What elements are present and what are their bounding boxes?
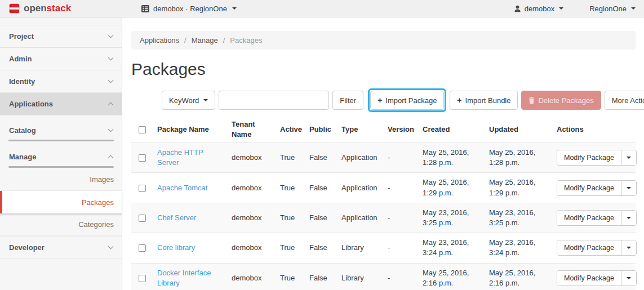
list-icon — [141, 5, 149, 12]
keyword-dropdown-label: KeyWord — [169, 96, 199, 105]
type-cell: Application — [337, 143, 383, 173]
sidebar-item-label: Developer — [9, 243, 45, 252]
modify-package-caret-button[interactable] — [621, 211, 636, 225]
created-cell: May 23, 2016, 3:24 p.m. — [418, 233, 485, 263]
openstack-logo[interactable]: openstack — [8, 3, 71, 14]
table-toolbar: KeyWord Filter + Import Package + Import… — [131, 89, 636, 111]
row-checkbox[interactable] — [139, 244, 146, 252]
created-cell: May 23, 2016, 3:25 p.m. — [418, 203, 485, 233]
sidebar-item-admin[interactable]: Admin — [0, 48, 122, 70]
type-cell: Library — [337, 263, 383, 290]
column-header-type: Type — [337, 116, 383, 143]
navbar-right: demobox RegionOne — [514, 5, 636, 13]
row-actions: Modify Package — [557, 240, 637, 256]
user-menu-label: demobox — [525, 5, 554, 13]
sidebar-item-label: Packages — [82, 198, 114, 207]
package-name-link[interactable]: Apache HTTP Server — [157, 148, 203, 167]
region-menu[interactable]: RegionOne — [589, 5, 636, 13]
sidebar-item-applications[interactable]: Applications — [0, 93, 122, 115]
chevron-down-icon — [627, 277, 631, 279]
filter-button[interactable]: Filter — [332, 91, 363, 110]
updated-cell: May 25, 2016, 1:28 p.m. — [485, 143, 552, 173]
updated-cell: May 25, 2016, 2:16 p.m. — [485, 263, 552, 290]
modify-package-caret-button[interactable] — [621, 240, 636, 255]
more-actions-dropdown[interactable]: More Actions — [605, 91, 644, 110]
modify-package-button[interactable]: Modify Package — [557, 240, 621, 255]
row-actions: Modify Package — [557, 150, 637, 166]
created-cell: May 25, 2016, 1:28 p.m. — [418, 143, 485, 173]
updated-cell: May 25, 2016, 1:29 p.m. — [485, 173, 552, 203]
chevron-down-icon — [108, 55, 114, 61]
type-cell: Application — [337, 203, 383, 233]
breadcrumb-manage[interactable]: Manage — [192, 36, 230, 44]
column-header-version: Version — [383, 116, 418, 143]
version-cell: - — [383, 203, 418, 233]
type-cell: Library — [337, 233, 383, 263]
main-content: Applications Manage Packages Packages Ke… — [123, 17, 644, 290]
top-navbar: openstack demobox · RegionOne demobox — [0, 0, 644, 17]
row-actions: Modify Package — [557, 270, 637, 286]
sidebar-item-identity[interactable]: Identity — [0, 70, 122, 93]
sidebar-item-label: Identity — [9, 77, 35, 86]
row-checkbox[interactable] — [139, 154, 146, 162]
sidebar-item-label: Admin — [9, 55, 32, 63]
sidebar-item-label: Manage — [9, 153, 36, 161]
row-checkbox[interactable] — [139, 215, 146, 222]
public-cell: False — [305, 143, 337, 173]
more-actions-label: More Actions — [612, 96, 644, 105]
modify-package-caret-button[interactable] — [621, 150, 636, 165]
sidebar-item-categories[interactable]: Categories — [0, 213, 122, 236]
chevron-down-icon — [203, 99, 208, 101]
import-package-button[interactable]: + Import Package — [370, 91, 444, 110]
table-row: Apache Tomcat demobox True False Applica… — [131, 173, 636, 203]
region-menu-label: RegionOne — [589, 5, 627, 13]
modify-package-caret-button[interactable] — [621, 271, 636, 285]
delete-packages-button-label: Delete Packages — [538, 96, 593, 105]
active-cell: True — [276, 173, 305, 203]
public-cell: False — [305, 233, 337, 263]
delete-packages-button[interactable]: Delete Packages — [521, 91, 601, 110]
tenant-cell: demobox — [227, 233, 276, 263]
project-region-switcher[interactable]: demobox · RegionOne — [141, 5, 237, 13]
openstack-cube-icon — [8, 3, 20, 14]
plus-icon: + — [377, 96, 382, 104]
modify-package-button[interactable]: Modify Package — [557, 271, 621, 285]
modify-package-button[interactable]: Modify Package — [557, 181, 621, 195]
public-cell: False — [305, 173, 337, 203]
sidebar-item-label: Project — [9, 32, 34, 41]
filter-input[interactable] — [219, 91, 329, 110]
modify-package-button[interactable]: Modify Package — [557, 211, 621, 225]
import-bundle-button[interactable]: + Import Bundle — [450, 91, 518, 110]
package-name-link[interactable]: Core library — [157, 243, 195, 252]
breadcrumb: Applications Manage Packages — [131, 31, 636, 50]
user-menu[interactable]: demobox — [514, 5, 563, 13]
sidebar-item-packages[interactable]: Packages — [0, 191, 122, 213]
sidebar-item-developer[interactable]: Developer — [0, 236, 122, 258]
keyword-dropdown[interactable]: KeyWord — [162, 91, 215, 110]
created-cell: May 25, 2016, 1:29 p.m. — [418, 173, 485, 203]
active-cell: True — [276, 263, 305, 290]
active-cell: True — [276, 143, 305, 173]
modify-package-button[interactable]: Modify Package — [557, 150, 621, 165]
sidebar-item-project[interactable]: Project — [0, 25, 122, 48]
sidebar-item-images[interactable]: Images — [0, 168, 122, 191]
version-cell: - — [383, 173, 418, 203]
row-checkbox[interactable] — [139, 185, 146, 192]
breadcrumb-packages: Packages — [230, 36, 262, 44]
table-row: Apache HTTP Server demobox True False Ap… — [131, 143, 636, 173]
table-header-row: Package Name Tenant Name Active Public T… — [131, 116, 636, 143]
row-checkbox[interactable] — [139, 275, 146, 282]
select-all-checkbox[interactable] — [139, 126, 146, 133]
breadcrumb-applications[interactable]: Applications — [140, 36, 192, 44]
import-bundle-button-label: Import Bundle — [465, 96, 511, 105]
modify-package-caret-button[interactable] — [621, 181, 636, 195]
package-name-link[interactable]: Apache Tomcat — [157, 184, 207, 192]
sidebar-item-manage[interactable]: Manage — [0, 142, 122, 168]
brand-text-stack: stack — [47, 3, 71, 14]
table-row: Core library demobox True False Library … — [131, 233, 636, 263]
package-name-link[interactable]: Docker Interface Library — [157, 269, 211, 287]
sidebar-item-catalog[interactable]: Catalog — [0, 115, 122, 142]
package-name-link[interactable]: Chef Server — [157, 213, 196, 222]
column-header-package-name: Package Name — [153, 116, 227, 143]
row-actions: Modify Package — [557, 180, 637, 196]
